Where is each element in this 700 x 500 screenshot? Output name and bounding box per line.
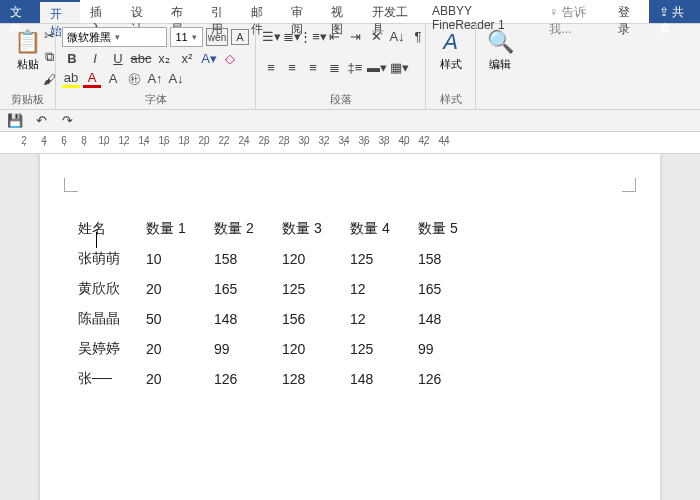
bold-button[interactable]: B (62, 49, 82, 67)
tab-layout[interactable]: 布局 (161, 0, 201, 23)
justify-icon[interactable]: ≣ (325, 59, 343, 77)
superscript-button[interactable]: x² (177, 49, 197, 67)
tab-view[interactable]: 视图 (321, 0, 361, 23)
table-header-cell[interactable]: 数量 3 (282, 214, 350, 244)
table-cell[interactable]: 10 (146, 244, 214, 274)
bullets-icon[interactable]: ☰▾ (262, 27, 280, 45)
table-header-cell[interactable]: 数量 2 (214, 214, 282, 244)
table-cell[interactable]: 120 (282, 334, 350, 364)
tab-developer[interactable]: 开发工具 (362, 0, 422, 23)
underline-button[interactable]: U (108, 49, 128, 67)
enclose-chars-icon[interactable]: ㊓ (125, 70, 143, 88)
ruler-tick: 30 (294, 135, 314, 146)
phonetic-guide-icon[interactable]: wén (206, 28, 228, 46)
multilevel-list-icon[interactable]: ⋮≡▾ (304, 27, 322, 45)
undo-icon[interactable]: ↶ (32, 112, 50, 130)
clear-formatting-icon[interactable]: ◇ (221, 49, 239, 67)
table-cell[interactable]: 黄欣欣 (78, 274, 146, 304)
table-cell[interactable]: 12 (350, 274, 418, 304)
table-cell[interactable]: 126 (214, 364, 282, 394)
editing-button[interactable]: 🔍 编辑 (482, 27, 518, 74)
save-icon[interactable]: 💾 (6, 112, 24, 130)
tab-references[interactable]: 引用 (201, 0, 241, 23)
margin-corner-tr (622, 178, 636, 192)
text-effects-icon[interactable]: A▾ (200, 49, 218, 67)
char-shading-icon[interactable]: A (104, 70, 122, 88)
ruler-tick: 16 (154, 135, 174, 146)
table-cell[interactable]: 158 (214, 244, 282, 274)
tab-home[interactable]: 开始 (40, 0, 80, 23)
table-cell[interactable]: 吴婷婷 (78, 334, 146, 364)
table-cell[interactable]: 125 (350, 244, 418, 274)
table-cell[interactable]: 50 (146, 304, 214, 334)
tab-insert[interactable]: 插入 (80, 0, 120, 23)
table-header-cell[interactable]: 数量 1 (146, 214, 214, 244)
shading-icon[interactable]: ▬▾ (367, 59, 387, 77)
table-cell[interactable]: 156 (282, 304, 350, 334)
ruler-tick: 28 (274, 135, 294, 146)
table-cell[interactable]: 165 (418, 274, 486, 304)
font-size-combo[interactable]: 11▾ (170, 27, 203, 47)
table-cell[interactable]: 陈晶晶 (78, 304, 146, 334)
table-cell[interactable]: 99 (418, 334, 486, 364)
increase-indent-icon[interactable]: ⇥ (346, 27, 364, 45)
strikethrough-button[interactable]: abc (131, 49, 151, 67)
styles-button[interactable]: A 样式 (432, 27, 469, 74)
tab-design[interactable]: 设计 (121, 0, 161, 23)
table-cell[interactable]: 120 (282, 244, 350, 274)
align-right-icon[interactable]: ≡ (304, 59, 322, 77)
table-cell[interactable]: 158 (418, 244, 486, 274)
table-cell[interactable]: 20 (146, 334, 214, 364)
table-cell[interactable]: 165 (214, 274, 282, 304)
page: 姓名数量 1数量 2数量 3数量 4数量 5 张萌萌10158120125158… (40, 154, 660, 500)
font-color-button[interactable]: A (83, 70, 101, 88)
line-spacing-icon[interactable]: ‡≡ (346, 59, 364, 77)
share-button[interactable]: ⇪ 共享 (649, 0, 700, 23)
table-cell[interactable]: 20 (146, 274, 214, 304)
table-cell[interactable]: 125 (282, 274, 350, 304)
table-cell[interactable]: 20 (146, 364, 214, 394)
grow-font-icon[interactable]: A↑ (146, 70, 164, 88)
text-direction-icon[interactable]: ✕ (367, 27, 385, 45)
table-row: 吴婷婷209912012599 (78, 334, 486, 364)
subscript-button[interactable]: x₂ (154, 49, 174, 67)
table-cell[interactable]: 148 (214, 304, 282, 334)
show-marks-icon[interactable]: ¶ (409, 27, 427, 45)
tell-me[interactable]: ♀ 告诉我... (539, 0, 608, 23)
document-area[interactable]: 姓名数量 1数量 2数量 3数量 4数量 5 张萌萌10158120125158… (0, 154, 700, 500)
tab-mailings[interactable]: 邮件 (241, 0, 281, 23)
copy-icon[interactable]: ⧉ (40, 48, 58, 66)
format-painter-icon[interactable]: 🖌 (40, 70, 58, 88)
highlight-button[interactable]: ab (62, 70, 80, 88)
table-cell[interactable]: 128 (282, 364, 350, 394)
table-cell[interactable]: 126 (418, 364, 486, 394)
italic-button[interactable]: I (85, 49, 105, 67)
decrease-indent-icon[interactable]: ⇤ (325, 27, 343, 45)
sort-icon[interactable]: A↓ (388, 27, 406, 45)
table-cell[interactable]: 张── (78, 364, 146, 394)
table-cell[interactable]: 125 (350, 334, 418, 364)
table-header-cell[interactable]: 数量 4 (350, 214, 418, 244)
align-center-icon[interactable]: ≡ (283, 59, 301, 77)
table-cell[interactable]: 张萌萌 (78, 244, 146, 274)
tab-file[interactable]: 文件 (0, 0, 40, 23)
quick-access-toolbar: 💾 ↶ ↷ (0, 110, 700, 132)
table-cell[interactable]: 12 (350, 304, 418, 334)
borders-icon[interactable]: ▦▾ (390, 59, 409, 77)
horizontal-ruler[interactable]: 2468101214161820222426283032343638404244 (0, 132, 700, 154)
font-name-combo[interactable]: 微软雅黑▾ (62, 27, 167, 47)
align-left-icon[interactable]: ≡ (262, 59, 280, 77)
shrink-font-icon[interactable]: A↓ (167, 70, 185, 88)
ruler-tick: 38 (374, 135, 394, 146)
table-header-cell[interactable]: 数量 5 (418, 214, 486, 244)
character-border-icon[interactable]: A (231, 29, 249, 45)
tab-review[interactable]: 审阅 (281, 0, 321, 23)
cut-icon[interactable]: ✂ (40, 26, 58, 44)
table-cell[interactable]: 148 (418, 304, 486, 334)
table-cell[interactable]: 99 (214, 334, 282, 364)
table-cell[interactable]: 148 (350, 364, 418, 394)
tab-abbyy[interactable]: ABBYY FineReader 1 (422, 0, 539, 23)
table-header-cell[interactable]: 姓名 (78, 214, 146, 244)
login-link[interactable]: 登录 (608, 0, 648, 23)
redo-icon[interactable]: ↷ (58, 112, 76, 130)
